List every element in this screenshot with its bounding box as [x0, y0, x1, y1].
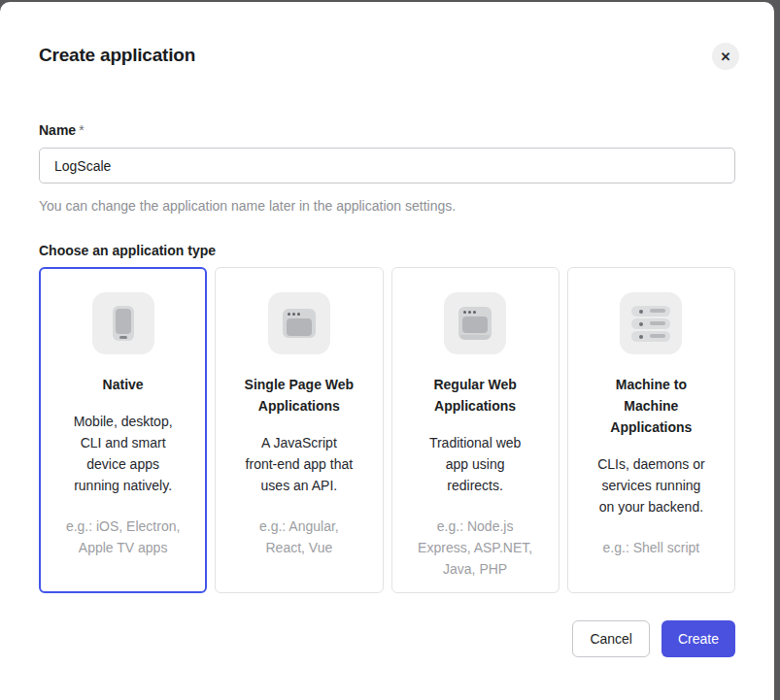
name-helper-text: You can change the application name late…: [39, 198, 735, 214]
application-type-label: Choose an application type: [39, 243, 735, 258]
card-title: Machine to Machine Applications: [582, 374, 721, 438]
application-name-input[interactable]: [39, 148, 735, 183]
browser-window-chin-icon: [444, 292, 506, 354]
card-native[interactable]: Native Mobile, desktop, CLI and smart de…: [39, 267, 207, 593]
card-example: e.g.: iOS, Electron, Apple TV apps: [53, 516, 192, 558]
card-example: e.g.: Node.js Express, ASP.NET, Java, PH…: [406, 516, 545, 580]
card-title: Regular Web Applications: [406, 374, 545, 417]
dialog-footer: Cancel Create: [39, 620, 735, 657]
card-example: e.g.: Angular, React, Vue: [229, 516, 368, 558]
card-machine-to-machine[interactable]: Machine to Machine Applications CLIs, da…: [567, 267, 735, 593]
card-regular-web[interactable]: Regular Web Applications Traditional web…: [391, 267, 560, 593]
mobile-phone-icon: [92, 292, 154, 354]
required-marker: *: [79, 122, 84, 138]
create-application-dialog: Create application ✕ Name* You can chang…: [0, 2, 774, 700]
card-title: Single Page Web Applications: [229, 374, 368, 417]
card-description: Traditional web app using redirects.: [406, 432, 545, 496]
application-type-cards: Native Mobile, desktop, CLI and smart de…: [39, 267, 735, 593]
dialog-title: Create application: [39, 2, 735, 66]
cancel-button[interactable]: Cancel: [572, 620, 650, 657]
card-description: CLIs, daemons or services running on you…: [582, 453, 721, 517]
create-button[interactable]: Create: [661, 620, 735, 657]
name-field-label: Name*: [39, 122, 735, 138]
card-description: A JavaScript front-end app that uses an …: [229, 432, 368, 496]
close-icon: ✕: [721, 50, 731, 63]
server-stack-icon: [620, 292, 682, 354]
close-button[interactable]: ✕: [712, 43, 739, 70]
card-example: e.g.: Shell script: [582, 537, 721, 558]
card-title: Native: [53, 374, 192, 395]
card-single-page-web[interactable]: Single Page Web Applications A JavaScrip…: [215, 267, 383, 593]
browser-window-icon: [268, 292, 330, 354]
card-description: Mobile, desktop, CLI and smart device ap…: [53, 411, 192, 496]
